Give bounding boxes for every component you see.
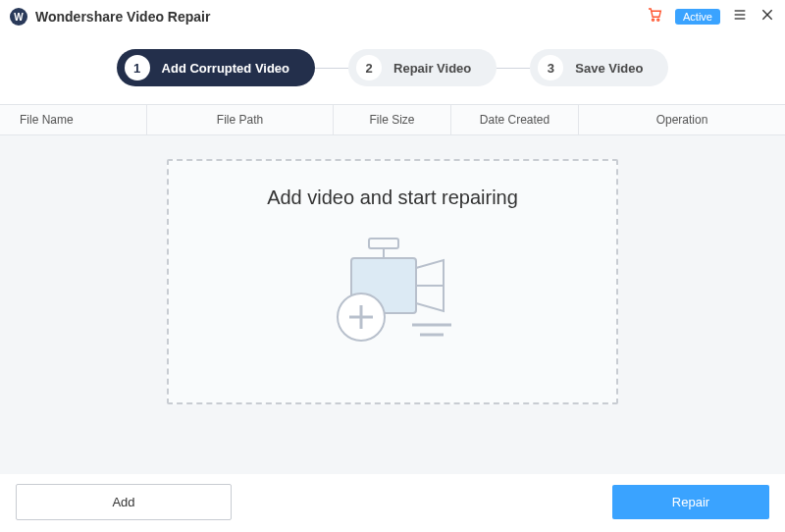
step-number: 2	[356, 55, 382, 80]
step-label: Save Video	[575, 61, 643, 76]
app-title: Wondershare Video Repair	[35, 9, 210, 25]
col-file-name: File Name	[0, 105, 147, 134]
video-add-illustration-icon	[314, 233, 471, 360]
step-add-corrupted-video[interactable]: 1 Add Corrupted Video	[117, 49, 315, 86]
footer: Add Repair	[0, 474, 785, 532]
dropzone-text: Add video and start repairing	[267, 186, 518, 209]
close-icon[interactable]	[759, 7, 775, 27]
step-connector	[315, 68, 348, 69]
cart-icon[interactable]	[646, 6, 663, 27]
step-number: 3	[538, 55, 563, 80]
app-logo-icon: W	[10, 8, 27, 26]
step-number: 1	[125, 55, 150, 80]
menu-icon[interactable]	[732, 7, 748, 27]
add-button[interactable]: Add	[16, 484, 232, 520]
svg-point-1	[657, 19, 659, 21]
dropzone[interactable]: Add video and start repairing	[167, 159, 618, 404]
active-badge: Active	[675, 9, 720, 25]
stepper: 1 Add Corrupted Video 2 Repair Video 3 S…	[0, 31, 785, 104]
svg-point-0	[652, 19, 654, 21]
col-file-path: File Path	[147, 105, 334, 134]
svg-rect-7	[369, 239, 398, 248]
step-label: Repair Video	[393, 61, 471, 76]
repair-button[interactable]: Repair	[612, 485, 769, 519]
table-header: File Name File Path File Size Date Creat…	[0, 104, 785, 135]
col-file-size: File Size	[334, 105, 451, 134]
col-operation: Operation	[579, 105, 785, 134]
step-label: Add Corrupted Video	[162, 61, 289, 76]
step-save-video[interactable]: 3 Save Video	[530, 49, 668, 86]
step-connector	[497, 68, 530, 69]
col-date-created: Date Created	[451, 105, 579, 134]
title-bar: W Wondershare Video Repair Active	[0, 0, 785, 31]
step-repair-video[interactable]: 2 Repair Video	[348, 49, 497, 86]
main-area: Add video and start repairing	[0, 135, 785, 474]
